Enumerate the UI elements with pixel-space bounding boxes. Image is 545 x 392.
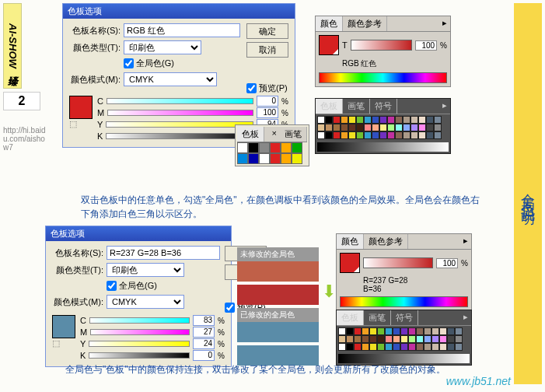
panel-menu-icon[interactable]: ▸: [439, 99, 450, 114]
swatch-grid[interactable]: [316, 114, 450, 141]
k-slider[interactable]: [89, 352, 190, 359]
k-slider[interactable]: [106, 133, 253, 139]
tab-color-guide[interactable]: 颜色参考: [343, 16, 387, 31]
tab-symbols[interactable]: 符号: [370, 99, 397, 114]
color-swatch: [52, 315, 75, 338]
preview-checkbox[interactable]: 预览(P): [246, 82, 288, 94]
color-panel-1: 颜色颜色参考▸ T 100 % RGB 红色: [315, 16, 451, 87]
spectrum-bar[interactable]: [340, 296, 468, 307]
tab-color-guide[interactable]: 颜色参考: [364, 234, 408, 249]
color-name: RGB 红色: [342, 58, 447, 69]
example-swatch: [237, 322, 319, 342]
tab-swatches[interactable]: 色板: [337, 310, 364, 325]
global-checkbox[interactable]: 全局色(G): [124, 58, 174, 69]
panel-menu-icon[interactable]: ▸: [460, 310, 471, 325]
example-swatch: [237, 285, 319, 305]
swatch-options-dialog-2: 色板选项 色板名称(S): 颜色类型(T):印刷色 全局色(G) 颜色模式(M)…: [45, 226, 232, 367]
tint-slider[interactable]: [363, 257, 433, 268]
block-label-before: 未修改的全局色: [237, 247, 319, 261]
tab-color[interactable]: 颜色: [337, 234, 364, 249]
swatch-grid[interactable]: [337, 326, 471, 352]
tab-brushes[interactable]: 画笔: [364, 310, 391, 325]
mini-swatch-panel: 色板×画笔: [235, 124, 309, 166]
tab-swatches[interactable]: 色板: [237, 127, 264, 142]
color-panel-2: 颜色颜色参考▸ 100 % R=237 G=28 B=36: [336, 233, 472, 311]
tab-symbols[interactable]: 符号: [391, 310, 418, 325]
c-slider[interactable]: [89, 317, 190, 324]
tint-slider[interactable]: [351, 40, 412, 51]
watermark: www.jb51.net: [446, 375, 511, 387]
color-name: R=237 G=28 B=36: [363, 276, 468, 293]
panel-menu-icon[interactable]: ▸: [439, 16, 450, 31]
m-slider[interactable]: [107, 110, 253, 116]
mode-label: 颜色模式(M):: [69, 74, 121, 86]
swatch-name-input[interactable]: [107, 246, 220, 260]
dialog-title: 色板选项: [63, 4, 295, 19]
m-slider[interactable]: [90, 329, 190, 335]
tint-value[interactable]: 100: [436, 258, 458, 268]
c-value[interactable]: 0: [257, 96, 278, 107]
side-title: 全局色说明: [519, 182, 537, 205]
description-2: 全局色与"色板"中的颜色保持连接，双击修改了某个全局色，则会更新所有了改颜色的对…: [65, 362, 485, 376]
color-type-select[interactable]: 印刷色: [124, 40, 201, 54]
dialog-title: 色板选项: [46, 226, 231, 241]
tab-brushes[interactable]: 画笔: [280, 127, 307, 142]
panel-menu-icon[interactable]: ▸: [460, 234, 471, 249]
example-swatch: [237, 261, 319, 282]
tint-label: T: [342, 40, 348, 50]
example-blocks: 未修改的全局色 已修改的全局色: [237, 247, 319, 369]
color-mode-select[interactable]: CMYK: [107, 295, 184, 309]
swatch-name-input[interactable]: [124, 23, 240, 37]
ok-button[interactable]: 确定: [246, 23, 288, 39]
color-mode-select[interactable]: CMYK: [124, 72, 217, 86]
swatches-panel-1: 色板画笔符号▸: [315, 98, 451, 154]
fill-swatch[interactable]: [319, 35, 339, 55]
cube-icon: ⬚: [69, 119, 93, 129]
arrow-down-icon: ⬇: [322, 282, 336, 302]
tab-swatches[interactable]: 色板: [316, 99, 343, 114]
side-title-bar: 全局色说明: [514, 3, 542, 384]
y-slider[interactable]: [106, 121, 253, 128]
block-label-after: 已修改的全局色: [237, 308, 319, 322]
fill-swatch[interactable]: [340, 253, 360, 273]
color-swatch: [69, 96, 93, 119]
cube-icon: ⬚: [52, 338, 75, 348]
swatches-panel-2: 色板画笔符号▸: [336, 310, 472, 366]
m-value[interactable]: 100: [257, 107, 278, 118]
color-type-select[interactable]: 印刷色: [107, 263, 184, 277]
type-label: 颜色类型(T):: [69, 42, 121, 54]
brand-badge: AI-SHOW绘译: [3, 3, 22, 89]
tab-color[interactable]: 颜色: [316, 16, 343, 31]
y-slider[interactable]: [89, 341, 190, 347]
description-1: 双击色板中的任意单色，勾选"全局色"，在颜色调板中看到该颜色的全局效果。全局色会…: [81, 193, 485, 221]
c-slider[interactable]: [107, 98, 253, 104]
step-number: 2: [3, 92, 40, 110]
cancel-button[interactable]: 取消: [246, 42, 288, 58]
tint-value[interactable]: 100: [415, 40, 437, 51]
grayscale-strip[interactable]: [317, 142, 449, 152]
spectrum-bar[interactable]: [319, 72, 447, 83]
global-checkbox[interactable]: 全局色(G): [107, 280, 157, 292]
close-icon[interactable]: ×: [269, 127, 280, 142]
source-url: http://hi.baidu.com/aishow7: [3, 126, 50, 152]
name-label: 色板名称(S):: [69, 25, 121, 37]
tab-brushes[interactable]: 画笔: [343, 99, 370, 114]
